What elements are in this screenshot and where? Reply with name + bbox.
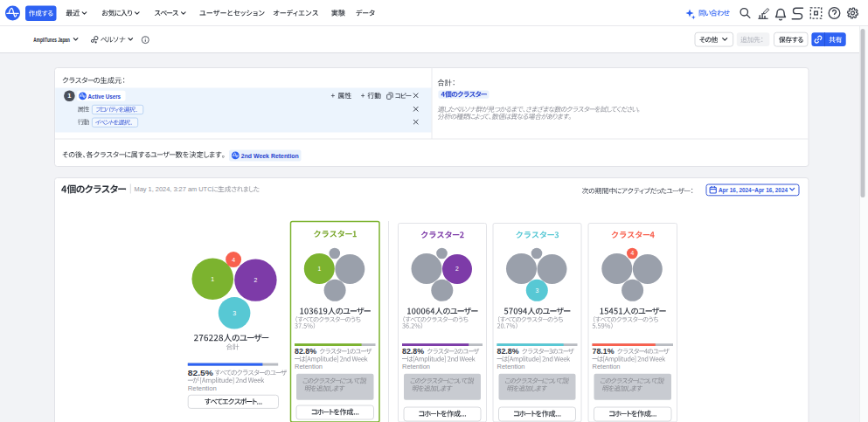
svg-text:Retention: Retention bbox=[188, 384, 217, 392]
svg-text:82.8%: 82.8% bbox=[402, 347, 424, 356]
svg-text:82.5%: 82.5% bbox=[188, 368, 214, 377]
svg-text:AmpliTunes Japan: AmpliTunes Japan bbox=[33, 36, 70, 44]
svg-text:82.8%: 82.8% bbox=[295, 347, 316, 356]
svg-text:Retention: Retention bbox=[593, 363, 621, 370]
svg-text:2nd Week Retention: 2nd Week Retention bbox=[241, 152, 299, 160]
svg-text:2: 2 bbox=[253, 277, 257, 283]
svg-text:1: 1 bbox=[67, 92, 71, 100]
svg-text:1: 1 bbox=[317, 266, 321, 272]
svg-text:Retention: Retention bbox=[402, 363, 430, 370]
svg-text:3: 3 bbox=[233, 310, 236, 316]
svg-text:May 1, 2024, 3:27 am UTC: May 1, 2024, 3:27 am UTC bbox=[135, 185, 212, 193]
svg-text:Retention: Retention bbox=[295, 363, 323, 370]
svg-text:Retention: Retention bbox=[497, 363, 525, 370]
svg-text:1: 1 bbox=[211, 276, 214, 282]
svg-text:82.8%: 82.8% bbox=[497, 347, 519, 356]
svg-text:3: 3 bbox=[535, 287, 538, 294]
svg-text:Active Users: Active Users bbox=[88, 93, 122, 100]
svg-text:Apr 16, 2024~Apr 16, 2024: Apr 16, 2024~Apr 16, 2024 bbox=[719, 186, 788, 194]
svg-text:78.1%: 78.1% bbox=[593, 347, 615, 356]
svg-text:4: 4 bbox=[630, 250, 634, 256]
svg-text:2: 2 bbox=[455, 266, 459, 272]
svg-text:4: 4 bbox=[232, 257, 235, 263]
